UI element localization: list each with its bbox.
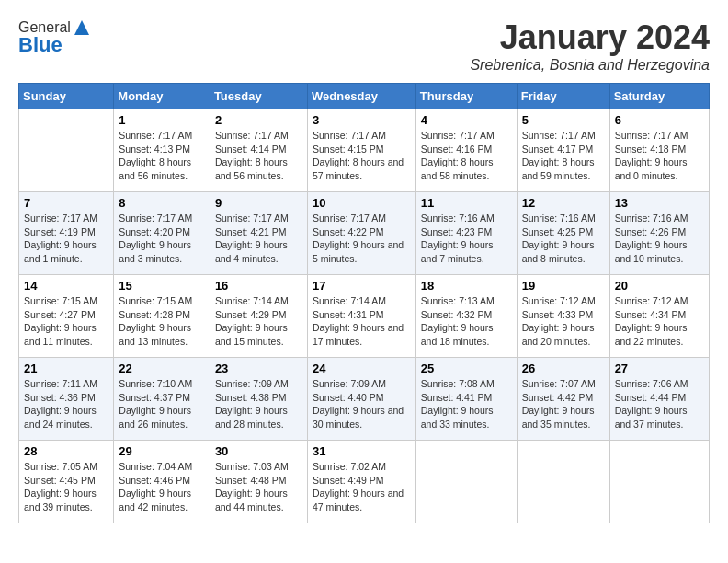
location-title: Srebrenica, Bosnia and Herzegovina: [470, 57, 710, 74]
day-info: Sunrise: 7:12 AMSunset: 4:34 PMDaylight:…: [615, 295, 688, 347]
calendar-cell: 23 Sunrise: 7:09 AMSunset: 4:38 PMDaylig…: [210, 358, 307, 441]
logo-blue-text: Blue: [18, 33, 63, 57]
calendar-cell: 11 Sunrise: 7:16 AMSunset: 4:23 PMDaylig…: [415, 192, 517, 275]
day-number: 18: [421, 279, 512, 293]
title-block: January 2024 Srebrenica, Bosnia and Herz…: [470, 18, 710, 74]
day-info: Sunrise: 7:11 AMSunset: 4:36 PMDaylight:…: [24, 378, 97, 430]
day-number: 1: [119, 113, 205, 127]
day-info: Sunrise: 7:06 AMSunset: 4:44 PMDaylight:…: [615, 378, 688, 430]
logo-icon: [73, 18, 91, 37]
calendar-week-4: 21 Sunrise: 7:11 AMSunset: 4:36 PMDaylig…: [19, 358, 710, 441]
day-number: 12: [522, 196, 605, 210]
day-info: Sunrise: 7:17 AMSunset: 4:13 PMDaylight:…: [119, 130, 192, 181]
day-info: Sunrise: 7:17 AMSunset: 4:15 PMDaylight:…: [313, 130, 404, 181]
calendar-cell: 15 Sunrise: 7:15 AMSunset: 4:28 PMDaylig…: [114, 275, 210, 358]
calendar-table: SundayMondayTuesdayWednesdayThursdayFrid…: [18, 83, 710, 523]
header-monday: Monday: [114, 84, 210, 109]
calendar-cell: 20 Sunrise: 7:12 AMSunset: 4:34 PMDaylig…: [609, 275, 709, 358]
calendar-week-5: 28 Sunrise: 7:05 AMSunset: 4:45 PMDaylig…: [19, 441, 710, 523]
day-number: 26: [522, 362, 605, 375]
calendar-cell: 10 Sunrise: 7:17 AMSunset: 4:22 PMDaylig…: [307, 192, 415, 275]
calendar-cell: [19, 109, 114, 192]
calendar-week-3: 14 Sunrise: 7:15 AMSunset: 4:27 PMDaylig…: [19, 275, 710, 358]
day-number: 29: [119, 444, 205, 458]
day-number: 28: [24, 444, 108, 458]
header-tuesday: Tuesday: [210, 84, 307, 109]
day-number: 24: [313, 362, 411, 375]
day-info: Sunrise: 7:09 AMSunset: 4:40 PMDaylight:…: [313, 378, 404, 430]
day-info: Sunrise: 7:14 AMSunset: 4:29 PMDaylight:…: [215, 295, 289, 347]
day-number: 19: [522, 279, 605, 293]
calendar-cell: 1 Sunrise: 7:17 AMSunset: 4:13 PMDayligh…: [114, 109, 210, 192]
calendar-cell: 8 Sunrise: 7:17 AMSunset: 4:20 PMDayligh…: [114, 192, 210, 275]
header-thursday: Thursday: [415, 84, 517, 109]
day-number: 11: [421, 196, 512, 210]
day-number: 5: [522, 113, 605, 127]
calendar-cell: 25 Sunrise: 7:08 AMSunset: 4:41 PMDaylig…: [415, 358, 517, 441]
day-info: Sunrise: 7:17 AMSunset: 4:20 PMDaylight:…: [119, 213, 192, 264]
day-info: Sunrise: 7:12 AMSunset: 4:33 PMDaylight:…: [522, 295, 596, 347]
day-number: 17: [313, 279, 411, 293]
day-info: Sunrise: 7:17 AMSunset: 4:19 PMDaylight:…: [24, 213, 97, 264]
header-friday: Friday: [517, 84, 609, 109]
calendar-cell: 26 Sunrise: 7:07 AMSunset: 4:42 PMDaylig…: [517, 358, 609, 441]
day-info: Sunrise: 7:16 AMSunset: 4:26 PMDaylight:…: [615, 213, 688, 264]
calendar-cell: [609, 441, 709, 523]
calendar-cell: 3 Sunrise: 7:17 AMSunset: 4:15 PMDayligh…: [307, 109, 415, 192]
day-info: Sunrise: 7:17 AMSunset: 4:21 PMDaylight:…: [215, 213, 289, 264]
calendar-cell: 29 Sunrise: 7:04 AMSunset: 4:46 PMDaylig…: [114, 441, 210, 523]
day-number: 15: [119, 279, 205, 293]
svg-marker-0: [74, 20, 89, 35]
day-info: Sunrise: 7:16 AMSunset: 4:25 PMDaylight:…: [522, 213, 596, 264]
day-number: 23: [215, 362, 302, 375]
day-info: Sunrise: 7:02 AMSunset: 4:49 PMDaylight:…: [313, 461, 404, 512]
day-number: 27: [615, 362, 704, 375]
logo: General Blue: [18, 18, 93, 57]
day-number: 13: [615, 196, 704, 210]
day-number: 21: [24, 362, 108, 375]
day-info: Sunrise: 7:10 AMSunset: 4:37 PMDaylight:…: [119, 378, 192, 430]
day-info: Sunrise: 7:05 AMSunset: 4:45 PMDaylight:…: [24, 461, 97, 512]
calendar-header-row: SundayMondayTuesdayWednesdayThursdayFrid…: [19, 84, 710, 109]
calendar-cell: 24 Sunrise: 7:09 AMSunset: 4:40 PMDaylig…: [307, 358, 415, 441]
day-number: 14: [24, 279, 108, 293]
day-info: Sunrise: 7:16 AMSunset: 4:23 PMDaylight:…: [421, 213, 495, 264]
day-info: Sunrise: 7:07 AMSunset: 4:42 PMDaylight:…: [522, 378, 596, 430]
day-number: 10: [313, 196, 411, 210]
calendar-cell: 31 Sunrise: 7:02 AMSunset: 4:49 PMDaylig…: [307, 441, 415, 523]
month-title: January 2024: [470, 18, 710, 57]
day-info: Sunrise: 7:14 AMSunset: 4:31 PMDaylight:…: [313, 295, 404, 347]
day-number: 4: [421, 113, 512, 127]
day-number: 6: [615, 113, 704, 127]
calendar-cell: 19 Sunrise: 7:12 AMSunset: 4:33 PMDaylig…: [517, 275, 609, 358]
calendar-cell: 5 Sunrise: 7:17 AMSunset: 4:17 PMDayligh…: [517, 109, 609, 192]
calendar-cell: [415, 441, 517, 523]
day-info: Sunrise: 7:17 AMSunset: 4:18 PMDaylight:…: [615, 130, 688, 181]
calendar-week-1: 1 Sunrise: 7:17 AMSunset: 4:13 PMDayligh…: [19, 109, 710, 192]
calendar-cell: 13 Sunrise: 7:16 AMSunset: 4:26 PMDaylig…: [609, 192, 709, 275]
day-number: 20: [615, 279, 704, 293]
calendar-cell: 2 Sunrise: 7:17 AMSunset: 4:14 PMDayligh…: [210, 109, 307, 192]
calendar-cell: 30 Sunrise: 7:03 AMSunset: 4:48 PMDaylig…: [210, 441, 307, 523]
day-info: Sunrise: 7:17 AMSunset: 4:16 PMDaylight:…: [421, 130, 495, 181]
day-number: 22: [119, 362, 205, 375]
day-info: Sunrise: 7:09 AMSunset: 4:38 PMDaylight:…: [215, 378, 289, 430]
day-number: 8: [119, 196, 205, 210]
calendar-cell: 16 Sunrise: 7:14 AMSunset: 4:29 PMDaylig…: [210, 275, 307, 358]
day-number: 9: [215, 196, 302, 210]
day-number: 31: [313, 444, 411, 458]
calendar-cell: 27 Sunrise: 7:06 AMSunset: 4:44 PMDaylig…: [609, 358, 709, 441]
header-sunday: Sunday: [19, 84, 114, 109]
day-info: Sunrise: 7:15 AMSunset: 4:28 PMDaylight:…: [119, 295, 192, 347]
day-info: Sunrise: 7:13 AMSunset: 4:32 PMDaylight:…: [421, 295, 495, 347]
calendar-cell: 4 Sunrise: 7:17 AMSunset: 4:16 PMDayligh…: [415, 109, 517, 192]
day-number: 2: [215, 113, 302, 127]
day-info: Sunrise: 7:03 AMSunset: 4:48 PMDaylight:…: [215, 461, 289, 512]
day-info: Sunrise: 7:04 AMSunset: 4:46 PMDaylight:…: [119, 461, 192, 512]
calendar-cell: 17 Sunrise: 7:14 AMSunset: 4:31 PMDaylig…: [307, 275, 415, 358]
day-info: Sunrise: 7:17 AMSunset: 4:14 PMDaylight:…: [215, 130, 289, 181]
day-number: 7: [24, 196, 108, 210]
calendar-week-2: 7 Sunrise: 7:17 AMSunset: 4:19 PMDayligh…: [19, 192, 710, 275]
calendar-cell: 9 Sunrise: 7:17 AMSunset: 4:21 PMDayligh…: [210, 192, 307, 275]
day-info: Sunrise: 7:08 AMSunset: 4:41 PMDaylight:…: [421, 378, 495, 430]
